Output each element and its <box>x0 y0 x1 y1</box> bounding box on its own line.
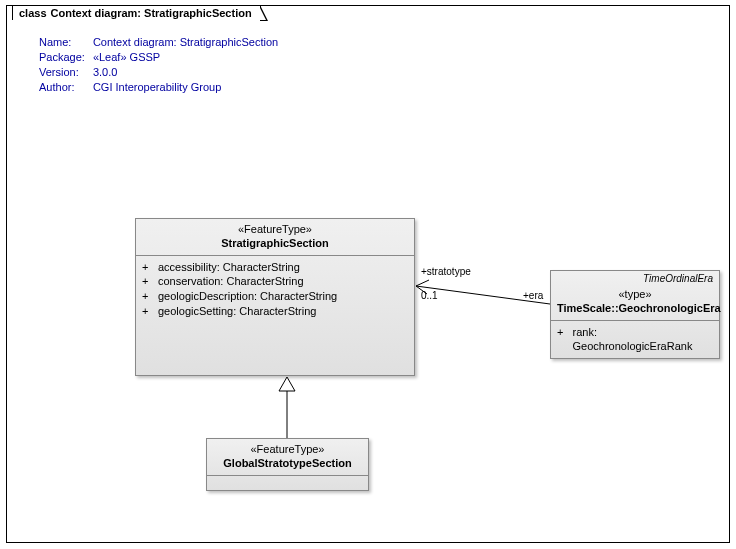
svg-marker-2 <box>279 377 295 391</box>
meta-package-label: Package: <box>39 51 91 64</box>
mult-stratotype: 0..1 <box>421 290 438 301</box>
stereotype: «FeatureType» <box>142 223 408 237</box>
meta-version-value: 3.0.0 <box>93 66 284 79</box>
stereotype: «FeatureType» <box>213 443 362 457</box>
attr-geologic-setting: geologicSetting: CharacterString <box>158 304 316 319</box>
attr-geologic-description: geologicDescription: CharacterString <box>158 289 337 304</box>
parent-class: TimeOrdinalEra <box>551 271 719 284</box>
role-era: +era <box>523 290 543 301</box>
meta-package-value: «Leaf» GSSP <box>93 51 284 64</box>
class-name: TimeScale::GeochronologicEra <box>557 302 713 316</box>
attr-conservation: conservation: CharacterString <box>158 274 304 289</box>
frame-tab: class Context diagram: StratigraphicSect… <box>12 5 261 20</box>
class-geochronologic-era[interactable]: TimeOrdinalEra «type» TimeScale::Geochro… <box>550 270 720 359</box>
metadata-block: Name:Context diagram: StratigraphicSecti… <box>37 34 286 96</box>
class-header: «FeatureType» StratigraphicSection <box>136 219 414 256</box>
attributes: +rank: GeochronologicEraRank <box>551 321 719 359</box>
attr-accessibility: accessibility: CharacterString <box>158 260 300 275</box>
class-header: «FeatureType» GlobalStratotypeSection <box>207 439 368 476</box>
meta-name-value: Context diagram: StratigraphicSection <box>93 36 284 49</box>
stereotype: «type» <box>557 288 713 302</box>
attributes: +accessibility: CharacterString +conserv… <box>136 256 414 323</box>
class-stratigraphic-section[interactable]: «FeatureType» StratigraphicSection +acce… <box>135 218 415 376</box>
attr-rank: rank: GeochronologicEraRank <box>573 325 713 355</box>
class-global-stratotype-section[interactable]: «FeatureType» GlobalStratotypeSection <box>206 438 369 491</box>
attributes <box>207 476 368 490</box>
meta-author-label: Author: <box>39 81 91 94</box>
meta-version-label: Version: <box>39 66 91 79</box>
meta-name-label: Name: <box>39 36 91 49</box>
class-name: GlobalStratotypeSection <box>213 457 362 471</box>
diagram-frame: class Context diagram: StratigraphicSect… <box>6 5 730 543</box>
class-header: «type» TimeScale::GeochronologicEra <box>551 284 719 321</box>
meta-author-value: CGI Interoperability Group <box>93 81 284 94</box>
class-name: StratigraphicSection <box>142 237 408 251</box>
role-stratotype: +stratotype <box>421 266 471 277</box>
frame-title: Context diagram: StratigraphicSection <box>51 7 252 19</box>
frame-prefix: class <box>19 7 47 19</box>
